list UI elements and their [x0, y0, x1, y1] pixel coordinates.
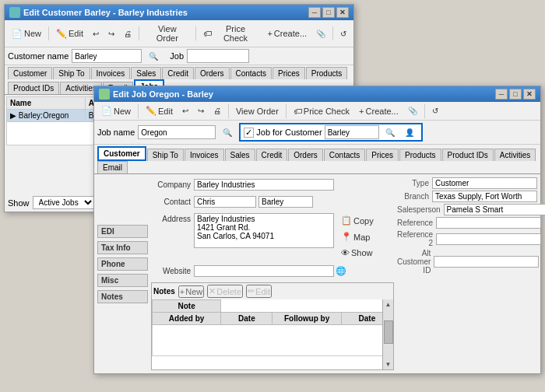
sidebar-notes[interactable]: Notes	[97, 290, 148, 303]
job-name-search-button[interactable]: 🔍	[219, 126, 236, 139]
company-row: Company	[151, 179, 394, 191]
show-button[interactable]: 👁 Show	[337, 246, 378, 260]
job-checkbox[interactable]: ✓	[244, 128, 254, 138]
notes-plus-icon: +	[180, 287, 185, 296]
job-attach-button[interactable]: 📎	[404, 104, 421, 117]
job-tab-customer[interactable]: Customer	[97, 146, 146, 161]
edit-button[interactable]: ✏️ Edit	[52, 26, 87, 41]
sidebar-taxinfo[interactable]: Tax Info	[97, 241, 148, 254]
customer-name-label: Customer name	[8, 51, 69, 61]
maximize-button[interactable]: □	[322, 7, 335, 18]
tab-prices[interactable]: Prices	[272, 67, 305, 79]
reference2-input[interactable]	[436, 233, 541, 245]
customer-person-btn[interactable]: 👤	[401, 126, 418, 139]
company-input[interactable]	[194, 179, 334, 191]
customer-search-btn[interactable]: 🔍	[382, 126, 399, 139]
job-refresh-button[interactable]: ↺	[428, 104, 442, 117]
scroll-up-arrow[interactable]: ▲	[384, 299, 393, 310]
job-tab-credit[interactable]: Credit	[256, 149, 288, 161]
job-for-label: Job	[256, 128, 270, 137]
map-button[interactable]: 📍 Map	[337, 229, 378, 244]
new-button[interactable]: 📄 New	[8, 26, 45, 41]
website-input[interactable]	[194, 265, 334, 277]
job-create-button[interactable]: + Create...	[355, 104, 403, 118]
create-button[interactable]: + Create...	[263, 26, 311, 40]
tab-shipto[interactable]: Ship To	[53, 67, 90, 79]
job-tab-activities[interactable]: Activities	[494, 149, 536, 161]
job-print-button[interactable]: 🖨	[209, 104, 225, 117]
job-undo-button[interactable]: ↩	[178, 104, 192, 117]
job-content-area: EDI Tax Info Phone Misc Notes Company Co…	[94, 174, 540, 373]
job-tab-invoices[interactable]: Invoices	[185, 149, 224, 161]
job-name-input[interactable]	[138, 125, 216, 139]
job-tab-productids[interactable]: Product IDs	[442, 149, 494, 161]
job-tb-sep	[138, 104, 139, 118]
price-check-button[interactable]: 🏷 Price Check	[199, 22, 262, 45]
notes-scrollbar[interactable]: ▲ ▼	[382, 299, 393, 369]
job-input[interactable]	[187, 49, 249, 63]
show-select[interactable]: Active Jobs All Jobs	[33, 196, 95, 209]
sidebar-edi[interactable]: EDI	[97, 225, 148, 238]
tab-orders[interactable]: Orders	[195, 67, 230, 79]
scroll-thumb[interactable]	[384, 320, 393, 344]
type-input[interactable]	[432, 177, 537, 189]
altcustomer-row: Alt Customer ID	[397, 249, 537, 275]
customer-search-button[interactable]: 🔍	[145, 50, 162, 63]
undo-button[interactable]: ↩	[89, 27, 103, 40]
job-tab-orders[interactable]: Orders	[288, 149, 323, 161]
notes-delete-button[interactable]: ✕ Delete	[207, 285, 243, 298]
notes-edit-button[interactable]: ✏ Edit	[246, 285, 272, 298]
address-row: Address Barley Industries 1421 Grant Rd.…	[151, 213, 394, 260]
altcustomer-input[interactable]	[434, 256, 539, 268]
job-tab-prices[interactable]: Prices	[366, 149, 399, 161]
sidebar-phone[interactable]: Phone	[97, 257, 148, 271]
reference-input[interactable]	[436, 217, 541, 229]
copy-button[interactable]: 📋 Copy	[337, 213, 378, 228]
address-textarea[interactable]: Barley Industries 1421 Grant Rd. San Car…	[194, 213, 334, 248]
scroll-down-arrow[interactable]: ▼	[384, 359, 393, 369]
job-tab-sales[interactable]: Sales	[225, 149, 255, 161]
job-price-check-button[interactable]: 🏷 Price Check	[290, 104, 353, 118]
refresh-button[interactable]: ↺	[336, 27, 350, 40]
toolbar-sep	[48, 26, 49, 40]
customer-name-input[interactable]	[72, 49, 142, 63]
address-label: Address	[151, 215, 194, 223]
notes-row-empty	[153, 325, 393, 356]
job-edit-button[interactable]: ✏️ Edit	[142, 103, 177, 118]
tab-credit[interactable]: Credit	[162, 67, 194, 79]
redo-button[interactable]: ↪	[104, 27, 118, 40]
job-new-button[interactable]: 📄 New	[97, 103, 135, 118]
job-tabs-bar: Customer Ship To Invoices Sales Credit O…	[94, 145, 540, 174]
tab-customer[interactable]: Customer	[8, 67, 52, 79]
view-order-button[interactable]: View Order	[142, 22, 192, 45]
job-redo-button[interactable]: ↪	[194, 104, 208, 117]
tab-productids[interactable]: Product IDs	[8, 82, 59, 94]
job-close-button[interactable]: ✕	[523, 89, 536, 100]
close-button[interactable]: ✕	[336, 7, 349, 18]
tab-sales[interactable]: Sales	[131, 67, 161, 79]
attach-button[interactable]: 📎	[312, 27, 329, 40]
customer-for-input[interactable]	[325, 125, 379, 139]
job-view-order-button[interactable]: View Order	[232, 104, 283, 118]
salesperson-input[interactable]	[444, 204, 545, 215]
job-tab-shipto[interactable]: Ship To	[147, 149, 184, 161]
job-tab-products[interactable]: Products	[399, 149, 441, 161]
branch-input[interactable]	[432, 191, 537, 202]
tab-invoices[interactable]: Invoices	[91, 67, 131, 79]
job-tab-contacts[interactable]: Contacts	[324, 149, 365, 161]
sidebar-misc[interactable]: Misc	[97, 274, 148, 287]
map-icon: 📍	[341, 232, 352, 242]
job-tb-sep4	[424, 104, 425, 118]
job-for-customer-section: ✓ Job for Customer 🔍 👤	[239, 123, 422, 142]
contact-last-input[interactable]	[258, 196, 313, 208]
print-button[interactable]: 🖨	[120, 27, 135, 40]
contact-first-input[interactable]	[194, 196, 256, 208]
notes-new-button[interactable]: + New	[178, 285, 204, 298]
customer-search-bar: Customer name 🔍 Job	[5, 47, 353, 65]
tab-contacts[interactable]: Contacts	[230, 67, 272, 79]
minimize-button[interactable]: ─	[308, 7, 321, 18]
job-maximize-button[interactable]: □	[509, 89, 522, 100]
tab-products[interactable]: Products	[306, 67, 347, 79]
job-tab-email[interactable]: Email	[97, 161, 128, 173]
job-minimize-button[interactable]: ─	[495, 89, 508, 100]
